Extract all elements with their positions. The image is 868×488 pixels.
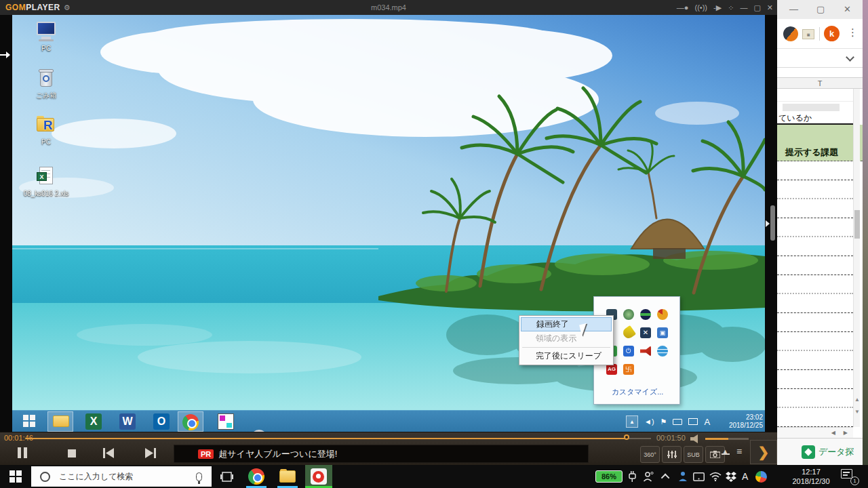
scrollbar-thumb[interactable] (854, 210, 860, 239)
browser-menu-icon[interactable]: ⋮ (848, 26, 858, 39)
profile-avatar[interactable]: k (824, 26, 840, 41)
video-ime-indicator[interactable]: A (704, 417, 710, 427)
open-panel-button[interactable]: ❯ (750, 440, 777, 464)
microphone-icon[interactable] (196, 472, 202, 481)
browser-close-button[interactable]: ✕ (844, 4, 851, 15)
volume-icon[interactable] (690, 434, 701, 443)
360-view-button[interactable]: 360° (640, 446, 660, 463)
sheet-row[interactable] (777, 102, 853, 113)
desktop-icon-recycle-bin[interactable]: ごみ箱 (20, 66, 72, 100)
sheet-grid[interactable] (777, 161, 853, 427)
equalizer-button[interactable] (662, 446, 682, 463)
taskbar-explorer[interactable] (278, 465, 297, 488)
chevron-down-icon[interactable] (846, 53, 854, 62)
tray-app-icon-sphere[interactable] (657, 346, 668, 357)
gom-titlebar[interactable]: GOMPLAYER ⚙ m034.mp4 —● ((•)) -▶ ⁘ — ▢ ✕ (0, 0, 777, 15)
desktop-icon-xls-file[interactable]: X 08_ks016 2.xls (20, 165, 72, 197)
seek-bar[interactable] (26, 438, 651, 439)
tray-app-icon-dark-globe[interactable] (640, 309, 651, 320)
maximize-button[interactable]: ▢ (753, 0, 760, 15)
side-panel-arrow-icon[interactable] (766, 220, 770, 227)
desktop-icon-pc[interactable]: PC (20, 20, 72, 52)
mini-slider-icon[interactable]: —● (677, 0, 689, 15)
seek-handle[interactable] (624, 434, 629, 440)
scroll-left-arrow[interactable]: ◀ (831, 430, 835, 436)
taskbar-chrome[interactable] (247, 465, 266, 488)
tray-app-icon-blue[interactable]: ▣ (657, 327, 668, 338)
menu-item-sleep-after[interactable]: 完了後にスリープ (521, 349, 612, 363)
ime-indicator[interactable]: A (742, 465, 748, 488)
video-taskbar-word[interactable]: W (119, 413, 136, 430)
plug-icon[interactable] (628, 465, 636, 488)
video-start-button[interactable] (23, 415, 39, 431)
sheet-row-text[interactable]: ているか (777, 113, 853, 125)
sheet-vertical-scrollbar[interactable]: ▲ ▼ (853, 89, 860, 427)
video-taskbar-explorer-active[interactable] (47, 411, 73, 432)
video-network-icon[interactable] (688, 418, 698, 425)
tray-blue-person-icon[interactable] (678, 465, 688, 488)
tray-app-icon-ag[interactable]: AG (606, 364, 617, 375)
ad-banner[interactable]: PR 超サイヤ人ブルーついに登場! (174, 445, 589, 463)
subtitles-button[interactable]: SUB (684, 446, 703, 463)
previous-button[interactable] (103, 448, 114, 458)
google-app-icon[interactable] (755, 465, 767, 488)
system-clock[interactable]: 12:17 2018/12/30 (778, 467, 844, 486)
browser-maximize-button[interactable]: ▢ (816, 4, 825, 15)
desktop-icon-folder-pc[interactable]: R PC (20, 114, 72, 146)
video-tray-chevron[interactable]: ▲ (626, 415, 638, 428)
video-clock[interactable]: 23:02 2018/12/25 (714, 413, 763, 430)
video-area[interactable]: PC ごみ箱 R PC X 08_ks016 2.xl (12, 15, 765, 432)
wifi-icon[interactable] (709, 465, 722, 488)
video-battery-icon[interactable] (673, 419, 682, 425)
scroll-up-arrow[interactable]: ▲ (854, 395, 861, 405)
battery-status-badge[interactable]: 86% (595, 470, 623, 483)
eject-button[interactable]: ▲ (722, 447, 730, 455)
fullscreen-icon[interactable]: ⁘ (728, 0, 734, 15)
taskbar-gom-active[interactable] (305, 465, 332, 488)
minimize-button[interactable]: — (740, 0, 747, 15)
video-taskbar-notes-app[interactable] (218, 413, 234, 430)
tray-chevron-up-icon[interactable] (663, 465, 669, 488)
tray-app-icon-compass[interactable] (623, 309, 634, 320)
video-taskbar-excel[interactable]: X (85, 413, 102, 430)
settings-gear-icon[interactable]: ⚙ (64, 3, 71, 12)
extension-icon-box[interactable]: ▦ (802, 29, 814, 39)
extension-icon-round[interactable] (781, 24, 802, 45)
playlist-button[interactable]: ≡ (736, 446, 741, 457)
scroll-right-arrow[interactable]: ▶ (844, 430, 848, 436)
tray-customize-link[interactable]: カスタマイズ... (594, 387, 681, 397)
tray-app-icon-power[interactable]: ⏻ (623, 346, 634, 357)
next-button[interactable] (145, 448, 156, 458)
video-taskbar-outlook[interactable]: O (153, 413, 170, 430)
video-speaker-icon[interactable]: ◄) (644, 418, 654, 426)
browser-minimize-button[interactable]: — (789, 4, 798, 15)
video-flag-icon[interactable]: ⚑ (660, 418, 667, 426)
pin-icon[interactable]: -▶ (713, 0, 722, 15)
tray-app-icon-network-x[interactable]: ✕ (640, 327, 651, 338)
sheet-highlighted-cell[interactable]: 提示する課題 (777, 125, 863, 161)
tray-app-icon-shield-clock[interactable] (657, 309, 668, 320)
task-view-button[interactable] (217, 465, 236, 488)
pause-button[interactable] (18, 447, 30, 461)
side-scroll-thumb[interactable] (770, 205, 775, 241)
search-box[interactable]: ここに入力して検索 (31, 466, 212, 487)
stop-button[interactable] (68, 449, 76, 458)
tray-tablet-icon[interactable] (693, 465, 705, 488)
video-taskbar-chrome-active[interactable] (178, 411, 203, 432)
dropbox-icon[interactable] (726, 465, 736, 488)
action-center-button[interactable]: 1 (841, 469, 856, 483)
broadcast-icon[interactable]: ((•)) (695, 0, 708, 15)
explore-icon[interactable] (802, 445, 815, 459)
menu-item-stop-recording[interactable]: 録画終了 (521, 317, 612, 331)
sheet-column-header[interactable]: T (777, 77, 863, 89)
tray-app-icon-megaphone[interactable] (640, 346, 651, 357)
sheet-horizontal-scrollbar[interactable]: ◀ ▶ (777, 427, 853, 438)
volume-slider[interactable] (705, 438, 749, 440)
people-icon[interactable] (643, 465, 654, 488)
tray-app-icon-key[interactable] (621, 325, 636, 340)
sheet-row[interactable] (777, 89, 853, 102)
browser-titlebar[interactable]: — ▢ ✕ (777, 0, 863, 19)
tray-app-icon-orange[interactable]: 卐 (623, 364, 634, 375)
scroll-down-arrow[interactable]: ▼ (854, 407, 861, 417)
close-button[interactable]: ✕ (767, 0, 773, 15)
